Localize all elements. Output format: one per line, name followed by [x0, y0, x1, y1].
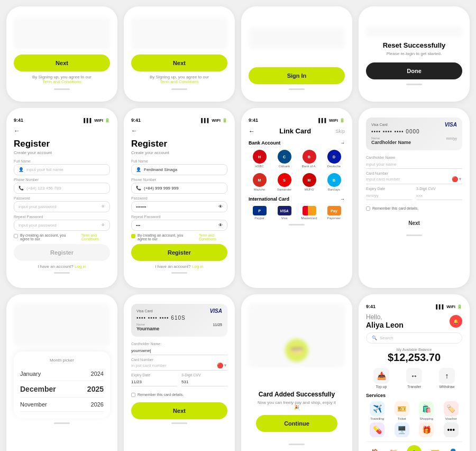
expiry-input-linked[interactable]: 11/23: [131, 378, 177, 386]
cardholder-input[interactable]: input your name: [366, 160, 462, 169]
checkbox-1[interactable]: [14, 234, 18, 238]
service-health[interactable]: 💊: [366, 422, 389, 437]
back-arrow-reg1[interactable]: ←: [14, 127, 110, 134]
back-arrow-reg2[interactable]: ←: [131, 127, 227, 134]
continue-button[interactable]: Continue: [256, 415, 337, 432]
barclays-logo: B: [327, 173, 341, 187]
mastercard-icon-linked: 🔴: [217, 363, 223, 368]
nav-home[interactable]: 🏠: [371, 448, 380, 451]
card-num-placeholder-linked[interactable]: in put card number: [131, 363, 217, 368]
bank-arrow[interactable]: →: [340, 140, 345, 146]
bank-deutsche[interactable]: D Deutsche: [323, 150, 345, 168]
card-payoneer[interactable]: Pay Payoneer: [323, 206, 345, 220]
remember-checkbox[interactable]: [366, 206, 370, 211]
intl-card-section: International Card →: [249, 196, 345, 202]
card-number-input[interactable]: input card number: [366, 177, 452, 182]
terms-checkbox-2[interactable]: By creating an account, you agree to our…: [131, 233, 227, 241]
withdraw-button[interactable]: ↑ Withdraw: [432, 368, 462, 389]
voucher-icon: 🏷️: [444, 401, 459, 416]
remember-row-linked[interactable]: Remember this card details.: [131, 392, 227, 397]
card-name-row: Name Cardholder Name mm/yy: [371, 137, 457, 145]
next-button-card[interactable]: Next: [366, 215, 462, 231]
dropdown-linked[interactable]: ▼: [223, 363, 227, 368]
card-paypal[interactable]: P Paypal: [249, 206, 270, 220]
terms-link-1[interactable]: Term and Conditions: [42, 79, 81, 84]
card-visa[interactable]: VISA Visa: [273, 206, 295, 220]
next-button-2[interactable]: Next: [131, 55, 227, 71]
card-name-row-linked: Name Yourname 11/25: [136, 323, 222, 331]
nav-folder[interactable]: 📁: [389, 448, 398, 451]
terms-link-reg2[interactable]: Term and Conditions: [199, 233, 227, 241]
remember-row[interactable]: Remember this card details.: [366, 206, 462, 211]
expiry-input[interactable]: mm/yy: [366, 192, 412, 200]
phone-input-2[interactable]: 📞 (+84) 999 999 999: [131, 183, 227, 194]
cardholder-input-linked[interactable]: yourname|: [131, 347, 227, 355]
nav-plus-button[interactable]: +: [407, 445, 422, 451]
terms-checkbox-1[interactable]: By creating an account, you agree to our…: [14, 233, 110, 241]
full-name-label-1: Full Name: [14, 159, 110, 163]
terms-link-2[interactable]: Term and Conditions: [160, 79, 198, 84]
service-travelling[interactable]: ✈️ Travelling: [366, 401, 389, 420]
password-input-2[interactable]: ••••••• 👁: [131, 201, 227, 212]
dropdown-arrow[interactable]: ▼: [458, 177, 462, 182]
password-label-2: Password: [131, 196, 227, 200]
password-input-1[interactable]: input your password 👁: [14, 201, 110, 212]
bank-mazuho[interactable]: M Mazuho: [249, 173, 270, 191]
back-arrow-link[interactable]: ←: [249, 128, 255, 135]
repeat-input-1[interactable]: input your password 👁: [14, 220, 110, 231]
month-row-january[interactable]: January 2024: [20, 367, 104, 381]
year-2026: 2026: [91, 401, 104, 408]
bank-bofa[interactable]: B Bank of A.: [298, 150, 320, 168]
register-sub-2: Create your account: [131, 150, 227, 155]
screen-register-filled: 9:41 ▌▌▌WiFi🔋 ← Register Create your acc…: [124, 108, 235, 288]
bank-mufg[interactable]: M MUFG: [298, 173, 320, 191]
notification-badge[interactable]: 🔔: [450, 315, 462, 328]
remember-checkbox-linked[interactable]: [131, 393, 135, 397]
next-button-1[interactable]: Next: [14, 55, 110, 71]
skip-link[interactable]: Skip: [335, 129, 345, 134]
service-shopping[interactable]: 🛍️ Shopping: [415, 401, 438, 420]
month-row-december[interactable]: December 2025: [20, 381, 104, 398]
month-december: December: [20, 385, 56, 393]
action-row: 📥 Top up ↔️ Transfer ↑ Withdraw: [366, 368, 462, 389]
card-mastercard[interactable]: Mastercard: [298, 206, 320, 220]
service-more[interactable]: •••: [440, 422, 463, 437]
service-gift[interactable]: 🎁: [415, 422, 438, 437]
nav-card[interactable]: 💳: [431, 448, 440, 451]
register-button-2[interactable]: Register: [131, 244, 227, 261]
phone-label-1: Phone Number: [14, 178, 110, 182]
reset-subtitle: Please re-login to get started.: [366, 51, 462, 56]
search-bar[interactable]: 🔍 Search: [366, 332, 462, 344]
transfer-button[interactable]: ↔️ Transfer: [399, 368, 429, 389]
topup-button[interactable]: 📥 Top up: [366, 368, 397, 389]
status-bar-reg1: 9:41 ▌▌▌WiFi🔋: [14, 118, 110, 123]
service-computer[interactable]: 🖥️: [391, 422, 414, 437]
bank-santander[interactable]: S Santander: [273, 173, 295, 191]
login-link-1: I have an account? Log in: [14, 264, 110, 269]
phone-input-1[interactable]: 📞 (+84) 123 456 789: [14, 183, 110, 194]
checkbox-2[interactable]: [131, 234, 135, 238]
login-anchor-1[interactable]: Log in: [75, 264, 86, 269]
terms-link-reg1[interactable]: Term and Conditions: [81, 233, 110, 241]
bank-barclays[interactable]: B Barclays: [323, 173, 345, 191]
bank-hsbc[interactable]: H HSBC: [249, 150, 270, 168]
sign-in-button[interactable]: Sign In: [249, 67, 345, 84]
nav-profile[interactable]: 👤: [448, 448, 457, 451]
service-ticket[interactable]: 🎫 Ticket: [391, 401, 414, 420]
intl-arrow[interactable]: →: [340, 196, 345, 202]
success-sub: Now you can freely pay and shop, enjoy i…: [256, 400, 337, 410]
cvv-input-linked[interactable]: 531: [181, 378, 227, 386]
full-name-input-2[interactable]: 👤 Ferdinand Sinaga: [131, 164, 227, 175]
login-anchor-2[interactable]: Log in: [192, 264, 204, 269]
done-button[interactable]: Done: [366, 62, 462, 79]
cvv-input[interactable]: xxx: [416, 192, 462, 200]
full-name-input-1[interactable]: 👤 input your full name: [14, 164, 110, 175]
month-row-november[interactable]: November 2026: [20, 398, 104, 412]
register-button-1[interactable]: Register: [14, 244, 110, 261]
service-voucher[interactable]: 🏷️ Voucher: [440, 401, 463, 420]
repeat-input-2[interactable]: ••• 👁: [131, 220, 227, 231]
year-2025: 2025: [87, 385, 104, 393]
bank-citibank[interactable]: C Citibank: [273, 150, 295, 168]
next-button-linked[interactable]: Next: [131, 402, 227, 419]
computer-icon: 🖥️: [395, 422, 409, 437]
